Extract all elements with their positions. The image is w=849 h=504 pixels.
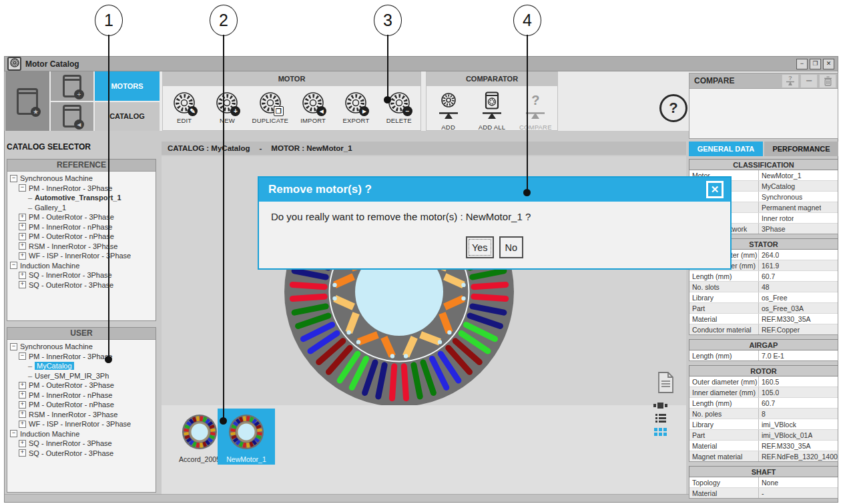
tree-item[interactable]: +PM - InnerRotor - nPhase xyxy=(7,391,156,401)
tab-performance[interactable]: PERFORMANCE xyxy=(764,142,838,156)
expand-toggle[interactable]: + xyxy=(19,242,26,250)
import-catalog-button[interactable]: ◄ xyxy=(51,102,93,132)
catalog-import-icon: ◄ xyxy=(63,105,81,128)
expand-toggle[interactable]: + xyxy=(19,421,26,428)
expand-toggle[interactable]: − xyxy=(10,175,17,182)
row-value: NewMotor_1 xyxy=(759,172,802,180)
tree-item[interactable]: –Gallery_1 xyxy=(7,203,156,213)
workspace-separator: - xyxy=(260,144,262,152)
tree-item[interactable]: +PM - OuterRotor - 3Phase xyxy=(7,212,156,222)
add-all-comparator-button[interactable]: ADD ALL xyxy=(473,90,511,131)
tree-item[interactable]: +PM - OuterRotor - nPhase xyxy=(7,400,156,410)
export-motor-button[interactable]: ►EXPORT xyxy=(335,90,376,124)
tree-item[interactable]: –User_SM_PM_IR_3Ph xyxy=(7,371,156,381)
view-list-icon[interactable] xyxy=(655,414,666,423)
tree-item[interactable]: +RSM - InnerRotor - 3Phase xyxy=(7,410,156,420)
restore-button[interactable]: ❐ xyxy=(810,59,821,69)
row-label: Material xyxy=(689,488,759,498)
tree-item[interactable]: +SQ - OuterRotor - 3Phase xyxy=(7,280,156,290)
balance-base-icon xyxy=(438,110,459,122)
yes-button[interactable]: Yes xyxy=(466,236,494,258)
view-carousel-icon[interactable] xyxy=(653,403,667,409)
duplicate-motor-button[interactable]: ❐DUPLICATE xyxy=(250,90,291,124)
catalog-add-icon: + xyxy=(63,75,81,97)
tree-item[interactable]: +SQ - InnerRotor - 3Phase xyxy=(7,270,156,280)
tree-item[interactable]: −Induction Machine xyxy=(7,261,156,271)
import-motor-button[interactable]: ◄IMPORT xyxy=(292,90,334,124)
tree-item[interactable]: −Synchronous Machine xyxy=(7,174,156,184)
expand-toggle[interactable]: + xyxy=(19,401,26,409)
compare-remove-button[interactable]: − xyxy=(800,74,818,88)
expand-toggle[interactable]: + xyxy=(19,440,26,447)
tree-item[interactable]: +PM - InnerRotor - nPhase xyxy=(7,222,156,232)
expand-toggle[interactable]: + xyxy=(19,223,26,230)
motor-icon: ◄ xyxy=(300,90,326,115)
expand-toggle[interactable]: + xyxy=(19,382,26,389)
expand-toggle[interactable]: + xyxy=(19,449,26,457)
tree-item[interactable]: −PM - InnerRotor - 3Phase xyxy=(7,184,156,194)
comparator-group: COMPARATOR ADDADD ALL?COMPARE xyxy=(426,71,558,131)
expand-toggle[interactable]: − xyxy=(10,343,17,350)
expand-toggle[interactable]: − xyxy=(10,430,17,437)
tree-item[interactable]: +PM - OuterRotor - 3Phase xyxy=(7,381,156,391)
row-label: No. poles xyxy=(689,409,759,419)
compare-run-button[interactable]: ? xyxy=(782,74,799,88)
tree-item-label: PM - InnerRotor - 3Phase xyxy=(29,352,112,360)
expand-toggle[interactable]: − xyxy=(19,184,26,192)
edit-motor-button[interactable]: ✎EDIT xyxy=(164,90,205,124)
tab-catalog[interactable]: CATALOG xyxy=(95,102,160,132)
delete-motor-button[interactable]: −DELETE xyxy=(378,90,420,124)
add-comparator-button[interactable]: ADD xyxy=(429,90,468,131)
tree-item[interactable]: −Induction Machine xyxy=(7,429,156,439)
motor-gear-icon xyxy=(9,57,21,69)
no-button[interactable]: No xyxy=(499,236,524,258)
new-catalog-button[interactable]: + xyxy=(51,71,93,101)
row-value: 60.7 xyxy=(759,272,775,280)
tree-item[interactable]: −Synchronous Machine xyxy=(7,342,156,352)
balance-icon xyxy=(481,111,503,119)
expand-toggle[interactable]: − xyxy=(10,262,17,269)
tree-item[interactable]: −PM - InnerRotor - 3Phase xyxy=(7,352,156,362)
tree-item[interactable]: –MyCatalog xyxy=(7,361,156,371)
tree-item-label: Gallery_1 xyxy=(35,204,66,212)
expand-toggle[interactable]: + xyxy=(19,252,26,260)
tree-item[interactable]: +WF - ISP - InnerRotor - 3Phase xyxy=(7,251,156,261)
tree-item-label: SQ - InnerRotor - 3Phase xyxy=(29,439,112,447)
tab-motors[interactable]: MOTORS xyxy=(95,71,160,101)
tree-item[interactable]: +SQ - OuterRotor - 3Phase xyxy=(7,449,156,459)
report-document-icon[interactable] xyxy=(657,371,675,397)
tree-item[interactable]: –Automotive_Transport_1 xyxy=(7,193,156,203)
compare-clear-button[interactable] xyxy=(819,74,836,88)
tree-item[interactable]: +WF - ISP - InnerRotor - 3Phase xyxy=(7,419,156,429)
row-value: Inner rotor xyxy=(759,214,794,222)
row-value: os_Free xyxy=(759,294,788,302)
tree-item[interactable]: +SQ - InnerRotor - 3Phase xyxy=(7,439,156,449)
expand-toggle[interactable]: + xyxy=(19,281,26,288)
balance-base-icon xyxy=(525,110,546,122)
close-button[interactable]: ✕ xyxy=(823,59,834,69)
expand-toggle[interactable]: + xyxy=(19,272,26,279)
row-value: Synchronous xyxy=(759,193,802,201)
section-table: Outer diameter (mm)160.5Inner diameter (… xyxy=(689,376,838,462)
row-label: Topology xyxy=(689,477,759,487)
reference-catalogs-button[interactable]: ★ xyxy=(5,71,49,131)
expand-toggle[interactable]: + xyxy=(19,391,26,399)
tree-item-label: PM - InnerRotor - nPhase xyxy=(29,223,112,231)
expand-toggle[interactable]: + xyxy=(19,233,26,240)
callout-circle-1: 1 xyxy=(95,5,123,36)
thumbnail-newmotor_1[interactable]: NewMotor_1 xyxy=(218,409,275,465)
expand-toggle[interactable]: − xyxy=(19,352,26,360)
expand-toggle[interactable]: + xyxy=(19,411,26,418)
tab-general-data[interactable]: GENERAL DATA xyxy=(689,142,763,156)
row-value: os_Free_03A xyxy=(759,304,804,312)
view-grid-icon[interactable] xyxy=(654,428,667,436)
tree-item[interactable]: +RSM - InnerRotor - 3Phase xyxy=(7,242,156,252)
new-motor-button[interactable]: +NEW xyxy=(206,90,248,124)
minimize-button[interactable]: − xyxy=(796,59,808,69)
dialog-close-icon[interactable]: ✕ xyxy=(706,181,724,198)
toolbar-button-label: ADD ALL xyxy=(479,123,505,131)
expand-toggle[interactable]: + xyxy=(19,214,26,221)
help-button[interactable]: ? xyxy=(659,94,687,122)
row-value: 3Phase xyxy=(759,225,786,233)
tree-item[interactable]: +PM - OuterRotor - nPhase xyxy=(7,232,156,242)
